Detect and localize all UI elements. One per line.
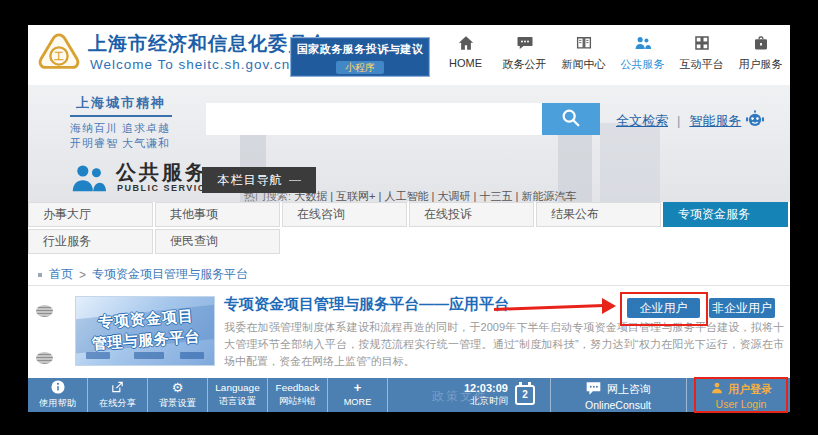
tab-online-consult[interactable]: 在线咨询	[282, 202, 407, 227]
smart-service-link[interactable]: 智能服务	[689, 112, 741, 130]
breadcrumb-current[interactable]: 专项资金项目管理与服务平台	[92, 266, 248, 283]
login-label-en: User Login	[694, 398, 788, 410]
link-separator: |	[677, 113, 680, 128]
platform-banner-image[interactable]: 专项资金项目 管理与服务平台	[75, 296, 215, 366]
people-icon	[613, 34, 672, 54]
clock-timezone: 北京时间	[420, 395, 508, 408]
tab-service-hall[interactable]: 办事大厅	[28, 202, 153, 227]
search-band: 上海城市精神 海纳百川 追求卓越 开明睿智 大气谦和 全文检索 | 智能服务 热…	[28, 85, 790, 202]
toolbar-background-settings[interactable]: ⚙ 背景设置	[148, 378, 208, 412]
tab-industry-service[interactable]: 行业服务	[28, 229, 153, 254]
robot-icon	[745, 110, 765, 131]
gear-icon: ⚙	[148, 380, 207, 395]
svg-text:工: 工	[53, 51, 64, 62]
nav-item-public-service[interactable]: 公共服务	[613, 34, 672, 72]
tab-other-matters[interactable]: 其他事项	[155, 202, 280, 227]
section-title-cn: 公共服务	[116, 159, 208, 186]
platform-description: 我委在加强管理制度体系建设和流程再造的同时，于2009年下半年启动专项资金项目管…	[224, 319, 784, 370]
section-nav-button[interactable]: 本栏目导航	[202, 167, 316, 193]
speech-bubble-icon	[495, 34, 554, 54]
mini-program-button[interactable]: 小程序	[336, 61, 384, 74]
nav-item-gov-affairs[interactable]: 政务公开	[495, 34, 554, 72]
tab-online-complaint[interactable]: 在线投诉	[409, 202, 534, 227]
service-tabs: 办事大厅 其他事项 在线咨询 在线投诉 结果公布 专项资金服务 行业服务 便民查…	[28, 202, 790, 256]
tab-special-funds[interactable]: 专项资金服务	[663, 202, 788, 227]
breadcrumb-home-link[interactable]: 首页	[49, 266, 73, 283]
toolbar-more[interactable]: + MORE	[328, 378, 388, 412]
hot-search-keywords[interactable]: 大数据 | 互联网+ | 人工智能 | 大调研 | 十三五 | 新能源汽车	[294, 190, 576, 202]
search-button[interactable]	[542, 103, 600, 135]
bottom-toolbar: 使用帮助 在线分享 ⚙ 背景设置 Language 语言设置 Feedback …	[28, 378, 790, 412]
city-spirit-block: 上海城市精神 海纳百川 追求卓越 开明睿智 大气谦和	[70, 93, 172, 151]
city-spirit-line2: 开明睿智 大气谦和	[70, 136, 172, 151]
side-float-button[interactable]	[36, 305, 53, 317]
toolbar-share[interactable]: 在线分享	[88, 378, 148, 412]
search-icon	[560, 107, 582, 132]
full-text-search-link[interactable]: 全文检索	[616, 112, 668, 130]
briefcase-icon	[731, 34, 790, 54]
calendar-icon[interactable]: 2	[515, 385, 535, 405]
annotation-arrow-head	[602, 298, 616, 314]
annotation-arrow	[494, 304, 604, 311]
bullet-icon	[38, 273, 42, 277]
non-enterprise-user-button[interactable]: 非企业用户	[709, 298, 775, 318]
sheitc-logo-icon: 工	[36, 31, 82, 81]
login-label-cn: 用户登录	[728, 382, 772, 397]
tab-convenience-query[interactable]: 便民查询	[155, 229, 280, 254]
online-consult-button[interactable]: 网上咨询 OnlineConsult	[556, 381, 680, 411]
user-icon	[710, 381, 724, 397]
breadcrumb: 首页 > 专项资金项目管理与服务平台	[38, 266, 248, 283]
toolbar-help[interactable]: 使用帮助	[28, 378, 88, 412]
top-nav: HOME 政务公开 新闻中心 公共服务	[436, 34, 790, 72]
gov-complaint-banner-title: 国家政务服务投诉与建议	[291, 42, 429, 57]
platform-title: 专项资金项目管理与服务平台——应用平台	[224, 295, 509, 314]
grid-icon	[672, 34, 731, 54]
page-frame: 工 上海市经济和信息化委员会 Welcome To sheitc.sh.gov.…	[28, 25, 790, 412]
public-service-people-icon	[70, 161, 108, 199]
section-title-en: PUBLIC SERVICE	[117, 183, 213, 193]
search-input[interactable]	[206, 103, 542, 135]
gov-complaint-banner[interactable]: 国家政务服务投诉与建议 小程序	[290, 37, 430, 77]
consult-label-cn: 网上咨询	[607, 382, 651, 397]
toolbar-language[interactable]: Language 语言设置	[208, 378, 268, 412]
city-spirit-title: 上海城市精神	[70, 94, 172, 117]
home-icon	[436, 34, 495, 54]
nav-item-interactive[interactable]: 互动平台	[672, 34, 731, 72]
toolbar-feedback[interactable]: Feedback 网站纠错	[268, 378, 328, 412]
nav-item-news[interactable]: 新闻中心	[554, 34, 613, 72]
enterprise-user-button[interactable]: 企业用户	[627, 298, 700, 318]
consult-label-en: OnlineConsult	[556, 399, 680, 411]
consult-bubble-icon	[585, 381, 602, 398]
share-icon	[88, 380, 147, 395]
city-spirit-line1: 海纳百川 追求卓越	[70, 121, 172, 136]
dash-icon	[289, 180, 301, 181]
site-subtitle: Welcome To sheitc.sh.gov.cn	[90, 57, 290, 72]
plus-icon: +	[328, 380, 387, 395]
platform-content: 专项资金项目 管理与服务平台 专项资金项目管理与服务平台——应用平台 我委在加强…	[28, 285, 790, 379]
tab-results[interactable]: 结果公布	[536, 202, 661, 227]
building-silhouette	[600, 123, 660, 202]
nav-item-home[interactable]: HOME	[436, 34, 495, 72]
info-icon	[28, 380, 87, 395]
open-book-icon	[554, 34, 613, 54]
clock-time: 12:03:09	[420, 382, 508, 394]
side-float-button[interactable]	[36, 352, 53, 364]
nav-item-user-service[interactable]: 用户服务	[731, 34, 790, 72]
clock-block: 12:03:09 北京时间	[420, 382, 508, 408]
header: 工 上海市经济和信息化委员会 Welcome To sheitc.sh.gov.…	[28, 25, 790, 85]
user-login-button[interactable]: 用户登录 User Login	[694, 381, 788, 410]
